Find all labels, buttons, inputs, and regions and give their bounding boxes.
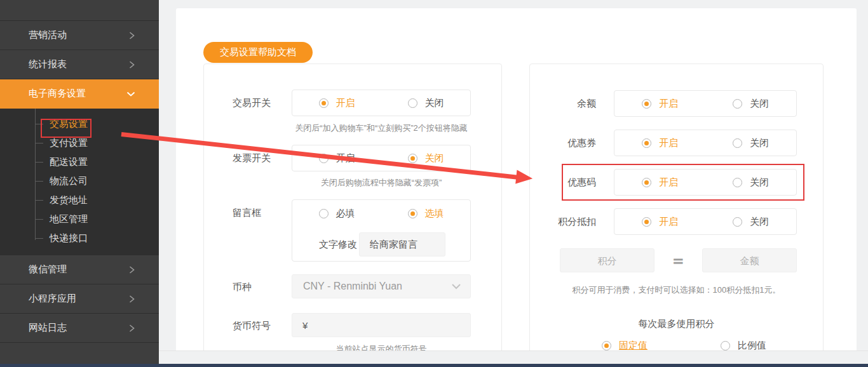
option-label: 开启	[336, 152, 355, 164]
sidebar-item-label: 统计报表	[29, 58, 67, 70]
message-text-input[interactable]	[360, 233, 445, 256]
message-box-label: 留言框	[233, 207, 261, 219]
sidebar-item-site-logs[interactable]: 网站日志	[0, 314, 159, 343]
trade-switch-group: 开启 关闭	[292, 90, 471, 116]
sidebar-item-miniprogram[interactable]: 小程序应用	[0, 284, 159, 314]
message-text-field-wrap	[359, 232, 445, 257]
invoice-switch-label: 发票开关	[233, 152, 271, 164]
option-label: 关闭	[425, 152, 444, 164]
coupon-code-switch-group: 开启 关闭	[614, 169, 797, 196]
sidebar-item-reports[interactable]: 统计报表	[0, 50, 159, 79]
submenu-label: 交易设置	[50, 118, 88, 130]
coupon-off-option[interactable]: 关闭	[733, 137, 769, 149]
sidebar-item-ecommerce-settings[interactable]: 电子商务设置	[0, 79, 159, 109]
trade-switch-note: 关闭后“加入购物车”和“立刻购买”2个按钮将隐藏	[292, 123, 471, 134]
submenu-item-express-api[interactable]: 快递接口	[0, 229, 159, 248]
invoice-switch-group: 开启 关闭	[292, 145, 471, 171]
message-box-group: 必填 选填 文字修改	[292, 199, 471, 262]
radio-off-icon[interactable]	[733, 217, 742, 227]
submenu-label: 物流公司	[50, 175, 88, 187]
amount-field-wrap	[702, 248, 797, 272]
submenu-item-shipping-address[interactable]: 发货地址	[0, 190, 159, 210]
discount-settings-card: 余额 开启 关闭 优惠券 开启 关闭	[529, 63, 824, 356]
submenu-label: 支付设置	[50, 137, 88, 149]
balance-off-option[interactable]: 关闭	[733, 98, 769, 110]
submenu-label: 快递接口	[50, 232, 88, 244]
currency-select-value: CNY - Renminbi Yuan	[303, 281, 402, 292]
radio-off-icon[interactable]	[408, 154, 417, 163]
submenu-item-region-management[interactable]: 地区管理	[0, 210, 159, 229]
trade-switch-on-option[interactable]: 开启	[319, 97, 355, 109]
chevron-down-icon	[126, 90, 136, 98]
coupon-on-option[interactable]: 开启	[642, 137, 678, 149]
radio-on-icon[interactable]	[642, 138, 651, 148]
sidebar-item-label: 营销活动	[29, 29, 67, 41]
currency-symbol-label: 货币符号	[233, 320, 271, 332]
option-label: 开启	[659, 177, 678, 189]
points-deduction-on-option[interactable]: 开启	[642, 216, 678, 228]
points-deduction-switch-group: 开启 关闭	[614, 208, 797, 235]
submenu-item-delivery-settings[interactable]: 配送设置	[0, 152, 159, 171]
balance-label: 余额	[530, 98, 596, 110]
amount-input[interactable]	[703, 249, 796, 272]
equals-sign: ＝	[654, 248, 702, 272]
max-points-title: 每次最多使用积分	[530, 318, 823, 330]
points-deduction-off-option[interactable]: 关闭	[733, 216, 769, 228]
radio-ratio-icon[interactable]	[721, 341, 730, 350]
radio-off-icon[interactable]	[733, 99, 742, 109]
points-input[interactable]	[560, 249, 654, 272]
trade-switch-off-option[interactable]: 关闭	[408, 97, 444, 109]
option-label: 关闭	[425, 97, 444, 109]
coupon-code-off-option[interactable]: 关闭	[733, 177, 769, 189]
radio-on-icon[interactable]	[642, 99, 651, 109]
currency-label: 币种	[233, 281, 252, 293]
window-bottom-edge	[0, 364, 868, 367]
option-label: 关闭	[750, 216, 769, 228]
currency-select[interactable]: CNY - Renminbi Yuan	[292, 274, 471, 298]
points-field-wrap	[560, 248, 654, 272]
option-label: 选填	[425, 208, 444, 220]
currency-symbol-input[interactable]	[292, 314, 470, 337]
radio-on-icon[interactable]	[319, 154, 329, 163]
message-required-option[interactable]: 必填	[319, 208, 355, 220]
submenu-label: 配送设置	[50, 156, 88, 168]
coupon-code-on-option[interactable]: 开启	[642, 177, 678, 189]
sidebar-item-label: 网站日志	[29, 322, 67, 334]
submenu-label: 发货地址	[50, 194, 88, 206]
option-label: 必填	[336, 208, 355, 220]
chevron-right-icon	[127, 31, 136, 40]
radio-on-icon[interactable]	[319, 98, 329, 108]
invoice-switch-on-option[interactable]: 开启	[319, 152, 355, 164]
points-deduction-label: 积分抵扣	[530, 216, 596, 228]
radio-off-icon[interactable]	[733, 138, 742, 148]
radio-optional-icon[interactable]	[408, 209, 417, 218]
chevron-down-icon	[451, 283, 461, 290]
trade-switch-label: 交易开关	[233, 97, 271, 109]
radio-on-icon[interactable]	[642, 217, 651, 227]
points-rate-note: 积分可用于消费，支付时可以选择如：100积分抵扣1元。	[530, 284, 823, 296]
chevron-right-icon	[127, 324, 136, 333]
submenu-item-logistics-company[interactable]: 物流公司	[0, 171, 159, 190]
message-optional-option[interactable]: 选填	[408, 208, 444, 220]
submenu-item-trade-settings[interactable]: 交易设置	[0, 114, 159, 133]
option-label: 开启	[336, 97, 355, 109]
sidebar-item-wechat[interactable]: 微信管理	[0, 255, 159, 284]
invoice-switch-note: 关闭后购物流程中将隐藏“发票项”	[292, 177, 471, 189]
invoice-switch-off-option[interactable]: 关闭	[408, 152, 444, 164]
sidebar: 营销活动 统计报表 电子商务设置 交易设置 支付设置 配送设置 物流公司 发货地…	[0, 0, 159, 364]
radio-fixed-icon[interactable]	[602, 341, 611, 350]
radio-required-icon[interactable]	[319, 209, 329, 218]
option-label: 开启	[659, 216, 678, 228]
radio-off-icon[interactable]	[733, 178, 742, 187]
option-label: 关闭	[750, 98, 769, 110]
radio-on-icon[interactable]	[642, 178, 651, 187]
chevron-right-icon	[127, 60, 136, 69]
sidebar-item-marketing[interactable]: 营销活动	[0, 21, 159, 50]
submenu-item-payment-settings[interactable]: 支付设置	[0, 133, 159, 152]
horizontal-scrollbar-track[interactable]	[159, 350, 868, 364]
balance-on-option[interactable]: 开启	[642, 98, 678, 110]
radio-off-icon[interactable]	[408, 98, 417, 108]
text-edit-label: 文字修改	[319, 239, 357, 251]
submenu-label: 地区管理	[50, 213, 88, 225]
trade-settings-help-button[interactable]: 交易设置帮助文档	[203, 42, 313, 63]
